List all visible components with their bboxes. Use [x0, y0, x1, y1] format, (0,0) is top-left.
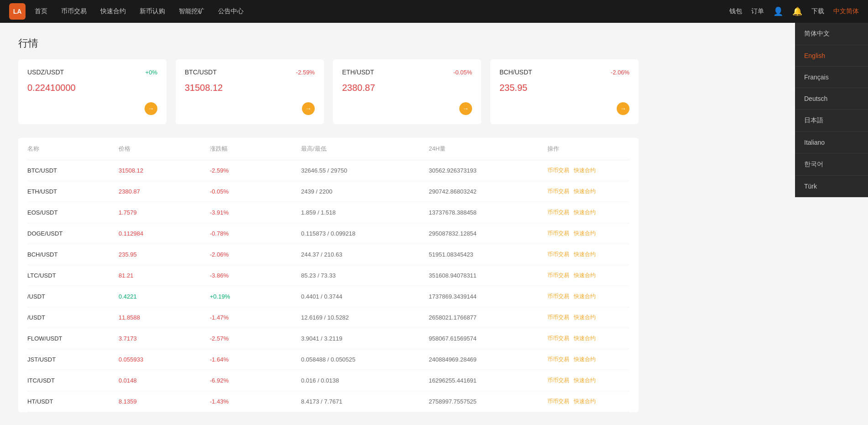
contract-btn[interactable]: 快速合约: [574, 377, 596, 384]
contract-btn[interactable]: 快速合约: [574, 398, 596, 405]
cell-change: -2.06%: [210, 251, 301, 258]
cell-price: 1.7579: [119, 209, 210, 216]
trade-btn[interactable]: 币币交易: [547, 188, 569, 195]
cell-volume: 30562.926373193: [429, 167, 547, 174]
bell-icon[interactable]: 🔔: [792, 6, 802, 16]
nav-item-fast-contract[interactable]: 快速合约: [100, 7, 126, 16]
trade-btn[interactable]: 币币交易: [547, 230, 569, 237]
nav-item-announcements[interactable]: 公告中心: [218, 7, 244, 16]
contract-btn[interactable]: 快速合约: [574, 188, 596, 195]
contract-btn[interactable]: 快速合约: [574, 356, 596, 363]
contract-btn[interactable]: 快速合约: [574, 335, 596, 342]
cell-actions: 币币交易 快速合约: [547, 167, 639, 174]
cell-actions: 币币交易 快速合约: [547, 293, 639, 300]
lang-option-english[interactable]: English: [795, 45, 868, 67]
cell-actions: 币币交易 快速合约: [547, 251, 639, 258]
lang-option-日本語[interactable]: 日本語: [795, 110, 868, 132]
cell-name: HT/USDT: [27, 398, 119, 405]
card-arrow-btn[interactable]: →: [302, 102, 315, 115]
card-arrow-btn[interactable]: →: [145, 102, 157, 115]
cell-name: LTC/USDT: [27, 272, 119, 279]
market-table: 名称价格涨跌幅最高/最低24H量操作 BTC/USDT 31508.12 -2.…: [18, 138, 639, 412]
table-header: 名称价格涨跌幅最高/最低24H量操作: [27, 138, 629, 160]
table-row: /USDT 11.8588 -1.47% 12.6169 / 10.5282 2…: [27, 307, 629, 328]
header: LA 首页币币交易快速合约新币认购智能挖矿公告中心 钱包 订单 👤 🔔 下载 中…: [0, 0, 868, 23]
table-row: DOGE/USDT 0.112984 -0.78% 0.115873 / 0.0…: [27, 223, 629, 244]
card-price: 235.95: [499, 83, 629, 93]
table-row: ITC/USDT 0.0148 -6.92% 0.016 / 0.0138 16…: [27, 370, 629, 391]
cell-volume: 240884969.28469: [429, 356, 547, 363]
cell-volume: 290742.86803242: [429, 188, 547, 195]
contract-btn[interactable]: 快速合约: [574, 167, 596, 174]
card-price: 2380.87: [342, 83, 472, 93]
orders-link[interactable]: 订单: [751, 7, 764, 16]
contract-btn[interactable]: 快速合约: [574, 314, 596, 321]
table-header-最高/最低: 最高/最低: [301, 145, 429, 153]
trade-btn[interactable]: 币币交易: [547, 314, 569, 321]
card-change: +0%: [146, 69, 157, 76]
cell-range: 3.9041 / 3.2119: [301, 335, 429, 342]
cell-name: JST/USDT: [27, 356, 119, 363]
nav-item-mining[interactable]: 智能挖矿: [179, 7, 204, 16]
lang-option-简体中文[interactable]: 简体中文: [795, 23, 868, 45]
nav-item-new-coin[interactable]: 新币认购: [140, 7, 165, 16]
lang-option-français[interactable]: Français: [795, 67, 868, 88]
trade-btn[interactable]: 币币交易: [547, 293, 569, 300]
cell-price: 0.0148: [119, 377, 210, 384]
nav-item-home[interactable]: 首页: [35, 7, 47, 16]
cell-price: 3.7173: [119, 335, 210, 342]
cell-actions: 币币交易 快速合约: [547, 272, 639, 279]
cell-price: 0.4221: [119, 293, 210, 300]
trade-btn[interactable]: 币币交易: [547, 377, 569, 384]
cell-name: EOS/USDT: [27, 209, 119, 216]
lang-option-italiano[interactable]: Italiano: [795, 132, 868, 153]
lang-selector[interactable]: 中文简体: [833, 7, 859, 16]
card-arrow-btn[interactable]: →: [459, 102, 472, 115]
cell-price: 0.112984: [119, 230, 210, 237]
table-header-24H量: 24H量: [429, 145, 547, 153]
trade-btn[interactable]: 币币交易: [547, 209, 569, 216]
table-row: FLOW/USDT 3.7173 -2.57% 3.9041 / 3.2119 …: [27, 328, 629, 349]
contract-btn[interactable]: 快速合约: [574, 293, 596, 300]
cell-actions: 币币交易 快速合约: [547, 377, 639, 384]
cell-change: -0.05%: [210, 188, 301, 195]
main-nav: 首页币币交易快速合约新币认购智能挖矿公告中心: [35, 7, 729, 16]
trade-btn[interactable]: 币币交易: [547, 251, 569, 258]
wallet-link[interactable]: 钱包: [729, 7, 742, 16]
lang-option-türk[interactable]: Türk: [795, 176, 868, 197]
download-link[interactable]: 下载: [811, 7, 824, 16]
cell-change: -1.47%: [210, 314, 301, 321]
trade-btn[interactable]: 币币交易: [547, 335, 569, 342]
trade-btn[interactable]: 币币交易: [547, 398, 569, 405]
cell-range: 0.115873 / 0.099218: [301, 230, 429, 237]
cell-price: 0.055933: [119, 356, 210, 363]
cell-range: 0.058488 / 0.050525: [301, 356, 429, 363]
table-row: HT/USDT 8.1359 -1.43% 8.4173 / 7.7671 27…: [27, 391, 629, 412]
cell-price: 2380.87: [119, 188, 210, 195]
cell-actions: 币币交易 快速合约: [547, 230, 639, 237]
contract-btn[interactable]: 快速合约: [574, 209, 596, 216]
lang-option-한국어[interactable]: 한국어: [795, 153, 868, 176]
nav-item-trade[interactable]: 币币交易: [61, 7, 87, 16]
card-arrow-btn[interactable]: →: [617, 102, 629, 115]
user-icon[interactable]: 👤: [773, 6, 783, 16]
cell-actions: 币币交易 快速合约: [547, 314, 639, 321]
cell-price: 31508.12: [119, 167, 210, 174]
card-change: -2.06%: [611, 69, 629, 76]
cell-volume: 51951.08345423: [429, 251, 547, 258]
cell-price: 235.95: [119, 251, 210, 258]
contract-btn[interactable]: 快速合约: [574, 230, 596, 237]
cell-range: 12.6169 / 10.5282: [301, 314, 429, 321]
cell-range: 244.37 / 210.63: [301, 251, 429, 258]
logo[interactable]: LA: [9, 3, 26, 20]
cell-name: BCH/USDT: [27, 251, 119, 258]
market-card-eth-usdt: ETH/USDT -0.05% 2380.87 →: [333, 59, 481, 124]
trade-btn[interactable]: 币币交易: [547, 167, 569, 174]
trade-btn[interactable]: 币币交易: [547, 272, 569, 279]
contract-btn[interactable]: 快速合约: [574, 251, 596, 258]
contract-btn[interactable]: 快速合约: [574, 272, 596, 279]
cell-range: 0.4401 / 0.3744: [301, 293, 429, 300]
table-row: EOS/USDT 1.7579 -3.91% 1.859 / 1.518 137…: [27, 202, 629, 223]
trade-btn[interactable]: 币币交易: [547, 356, 569, 363]
lang-option-deutsch[interactable]: Deutsch: [795, 88, 868, 110]
